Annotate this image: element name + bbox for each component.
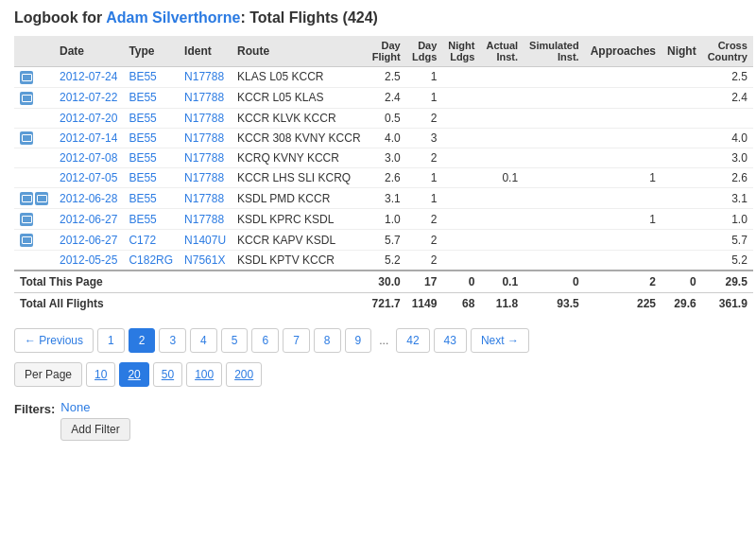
type-cell[interactable]: C182RG bbox=[123, 250, 179, 270]
ident-link[interactable]: N17788 bbox=[184, 171, 224, 184]
type-link[interactable]: BE55 bbox=[129, 70, 156, 83]
date-cell[interactable]: 2012-06-27 bbox=[54, 209, 123, 230]
ident-link[interactable]: N17788 bbox=[184, 112, 224, 125]
page-button-1[interactable]: 1 bbox=[97, 328, 125, 353]
total-page-route bbox=[232, 270, 367, 293]
ident-link[interactable]: N17788 bbox=[184, 151, 224, 165]
ident-cell[interactable]: N17788 bbox=[179, 87, 232, 108]
ident-cell[interactable]: N7561X bbox=[179, 250, 232, 270]
ident-link[interactable]: N17788 bbox=[184, 91, 224, 104]
perpage-option-20[interactable]: 20 bbox=[119, 362, 148, 387]
day-flight-cell: 2.5 bbox=[367, 67, 406, 88]
total-all-approaches: 225 bbox=[585, 292, 662, 314]
type-cell[interactable]: BE55 bbox=[123, 67, 179, 88]
type-link[interactable]: BE55 bbox=[129, 112, 156, 125]
cross-country-cell: 2.5 bbox=[702, 67, 753, 88]
camera-icon bbox=[20, 192, 33, 205]
date-link[interactable]: 2012-06-28 bbox=[60, 192, 117, 205]
ident-link[interactable]: N17788 bbox=[184, 192, 224, 205]
date-link[interactable]: 2012-07-05 bbox=[60, 171, 117, 184]
type-link[interactable]: BE55 bbox=[129, 171, 156, 184]
page-button-2[interactable]: 2 bbox=[129, 328, 156, 353]
ident-link[interactable]: N17788 bbox=[184, 131, 224, 145]
ident-cell[interactable]: N17788 bbox=[179, 67, 232, 88]
type-link[interactable]: BE55 bbox=[129, 91, 156, 104]
total-page-night: 0 bbox=[662, 270, 702, 293]
cross-country-cell: 1.0 bbox=[702, 209, 753, 230]
page-button-3[interactable]: 3 bbox=[159, 328, 186, 353]
page-button-8[interactable]: 8 bbox=[314, 328, 341, 353]
type-link[interactable]: BE55 bbox=[129, 151, 156, 165]
page-button-7[interactable]: 7 bbox=[283, 328, 310, 353]
date-cell[interactable]: 2012-06-27 bbox=[54, 230, 123, 251]
type-cell[interactable]: BE55 bbox=[123, 108, 179, 128]
date-cell[interactable]: 2012-07-20 bbox=[54, 108, 123, 128]
type-cell[interactable]: BE55 bbox=[123, 148, 179, 168]
type-link[interactable]: BE55 bbox=[129, 213, 156, 226]
perpage-option-50[interactable]: 50 bbox=[153, 362, 182, 387]
type-link[interactable]: C172 bbox=[129, 234, 156, 247]
ident-cell[interactable]: N17788 bbox=[179, 108, 232, 128]
total-all-night: 29.6 bbox=[662, 292, 702, 314]
ident-cell[interactable]: N17788 bbox=[179, 168, 232, 188]
ident-cell[interactable]: N1407U bbox=[179, 230, 232, 251]
prev-button[interactable]: ← Previous bbox=[14, 328, 94, 353]
page-button-9[interactable]: 9 bbox=[345, 328, 372, 353]
type-cell[interactable]: BE55 bbox=[123, 87, 179, 108]
date-link[interactable]: 2012-06-27 bbox=[60, 234, 117, 247]
date-link[interactable]: 2012-07-20 bbox=[60, 112, 117, 125]
date-link[interactable]: 2012-07-22 bbox=[60, 91, 117, 104]
night-cell bbox=[662, 188, 702, 209]
type-cell[interactable]: BE55 bbox=[123, 209, 179, 230]
page-button-4[interactable]: 4 bbox=[190, 328, 217, 353]
ident-cell[interactable]: N17788 bbox=[179, 209, 232, 230]
date-cell[interactable]: 2012-07-24 bbox=[54, 67, 123, 88]
date-cell[interactable]: 2012-07-08 bbox=[54, 148, 123, 168]
date-cell[interactable]: 2012-07-05 bbox=[54, 168, 123, 188]
type-link[interactable]: BE55 bbox=[129, 131, 156, 145]
page-button-5[interactable]: 5 bbox=[221, 328, 249, 353]
date-link[interactable]: 2012-07-14 bbox=[60, 131, 117, 145]
page-button-42[interactable]: 42 bbox=[396, 328, 429, 353]
ident-cell[interactable]: N17788 bbox=[179, 128, 232, 148]
ident-cell[interactable]: N17788 bbox=[179, 188, 232, 209]
type-cell[interactable]: C172 bbox=[123, 230, 179, 251]
date-cell[interactable]: 2012-07-14 bbox=[54, 128, 123, 148]
page-button-6[interactable]: 6 bbox=[251, 328, 279, 353]
date-link[interactable]: 2012-07-24 bbox=[60, 70, 117, 83]
approaches-cell: 1 bbox=[585, 209, 662, 230]
ident-link[interactable]: N7561X bbox=[184, 253, 225, 267]
actual-inst-cell bbox=[480, 230, 524, 251]
night-cell bbox=[662, 67, 702, 88]
date-cell[interactable]: 2012-06-28 bbox=[54, 188, 123, 209]
date-cell[interactable]: 2012-05-25 bbox=[54, 250, 123, 270]
col-date: Date bbox=[54, 36, 123, 67]
next-button[interactable]: Next → bbox=[471, 328, 529, 353]
ident-cell[interactable]: N17788 bbox=[179, 148, 232, 168]
night-cell bbox=[662, 209, 702, 230]
night-ldgs-cell bbox=[442, 148, 480, 168]
type-link[interactable]: C182RG bbox=[129, 253, 173, 267]
date-link[interactable]: 2012-05-25 bbox=[60, 253, 117, 267]
date-link[interactable]: 2012-06-27 bbox=[60, 213, 117, 226]
row-icon-cell bbox=[14, 209, 54, 230]
route-cell: KCCR KAPV KSDL bbox=[232, 230, 367, 251]
perpage-option-100[interactable]: 100 bbox=[186, 362, 222, 387]
perpage-option-10[interactable]: 10 bbox=[86, 362, 115, 387]
camera-icon-2 bbox=[35, 192, 48, 205]
type-cell[interactable]: BE55 bbox=[123, 128, 179, 148]
col-night: Night bbox=[662, 36, 702, 67]
perpage-option-200[interactable]: 200 bbox=[226, 362, 262, 387]
approaches-cell bbox=[585, 128, 662, 148]
col-day-ldgs: DayLdgs bbox=[406, 36, 443, 67]
date-link[interactable]: 2012-07-08 bbox=[60, 151, 117, 165]
date-cell[interactable]: 2012-07-22 bbox=[54, 87, 123, 108]
type-link[interactable]: BE55 bbox=[129, 192, 156, 205]
ident-link[interactable]: N17788 bbox=[184, 70, 224, 83]
page-button-43[interactable]: 43 bbox=[434, 328, 467, 353]
type-cell[interactable]: BE55 bbox=[123, 188, 179, 209]
ident-link[interactable]: N1407U bbox=[184, 234, 226, 247]
type-cell[interactable]: BE55 bbox=[123, 168, 179, 188]
add-filter-button[interactable]: Add Filter bbox=[60, 418, 129, 441]
ident-link[interactable]: N17788 bbox=[184, 213, 224, 226]
